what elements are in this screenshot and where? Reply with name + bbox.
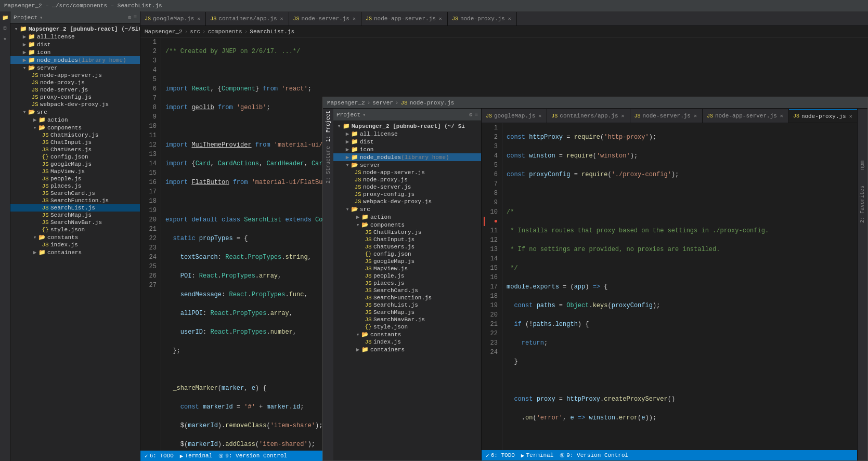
- split-tree-style[interactable]: {} style.json: [333, 323, 481, 331]
- split-settings-icon[interactable]: ≡: [474, 111, 478, 118]
- split-status-todo[interactable]: ✓ 6: TODO: [486, 452, 515, 459]
- project-icon[interactable]: 📁: [1, 14, 9, 22]
- tree-item-searchfunction[interactable]: JS SearchFunction.js: [10, 197, 140, 204]
- structure-icon[interactable]: ⊞: [1, 24, 9, 32]
- tree-item-searchcard[interactable]: JS SearchCard.js: [10, 190, 140, 197]
- tree-item-chatusers[interactable]: JS ChatUsers.js: [10, 146, 140, 153]
- tree-item-index[interactable]: JS index.js: [10, 241, 140, 248]
- tab-close-icon[interactable]: ✕: [279, 15, 284, 22]
- split-tree-node-app-server[interactable]: JS node-app-server.js: [333, 169, 481, 176]
- tab-node-proxy[interactable]: JS node-proxy.js ✕: [448, 12, 517, 25]
- split-code-content[interactable]: const httpProxy = require('http-proxy');…: [502, 123, 857, 450]
- split-tree-dist[interactable]: ▶ 📁 dist: [333, 138, 481, 146]
- split-tree-searchmap[interactable]: JS SearchMap.js: [333, 309, 481, 316]
- split-tree-components[interactable]: ▾ 📂 components: [333, 221, 481, 229]
- split-tree-icon[interactable]: ▶ 📁 icon: [333, 146, 481, 153]
- tree-item-node-proxy[interactable]: JS node-proxy.js: [10, 79, 140, 86]
- tree-item-people[interactable]: JS people.js: [10, 175, 140, 182]
- split-tree-constants[interactable]: ▾ 📂 constants: [333, 331, 481, 338]
- split-dropdown-icon[interactable]: ▾: [362, 112, 366, 118]
- split-tree-places[interactable]: JS places.js: [333, 280, 481, 287]
- split-tab-googlemap[interactable]: JS googleMap.js ✕: [482, 109, 547, 123]
- tree-item-searchmap[interactable]: JS SearchMap.js: [10, 212, 140, 219]
- split-tree-server[interactable]: ▾ 📂 server: [333, 161, 481, 169]
- tree-item-searchlist[interactable]: JS SearchList.js: [10, 204, 140, 212]
- split-tab-close-1[interactable]: ✕: [537, 112, 542, 120]
- tree-item-style-json[interactable]: {} style.json: [10, 226, 140, 233]
- tree-root[interactable]: ▾ 📁 Mapsenger_2 [pubnub-react] (~/Sit: [10, 25, 140, 33]
- tree-item-constants[interactable]: ▾ 📂 constants: [10, 233, 140, 241]
- split-status-terminal[interactable]: ▶ Terminal: [521, 452, 553, 459]
- tree-item-searchnavbar[interactable]: JS SearchNavBar.js: [10, 219, 140, 226]
- split-tree-webpack[interactable]: JS webpack-dev-proxy.js: [333, 198, 481, 205]
- breadcrumb-part-4[interactable]: SearchList.js: [250, 29, 294, 35]
- tree-item-action[interactable]: ▶ 📁 action: [10, 116, 140, 124]
- split-tree-chatinput[interactable]: JS ChatInput.js: [333, 236, 481, 243]
- status-terminal[interactable]: ▶ Terminal: [180, 453, 212, 459]
- tab-googlemap[interactable]: JS googleMap.js ✕: [140, 12, 206, 25]
- tree-item-all-license[interactable]: ▶ 📁 all_license: [10, 33, 140, 41]
- status-version-control[interactable]: ⑨ 9: Version Control: [218, 453, 287, 459]
- split-tree-containers[interactable]: ▶ 📁 containers: [333, 346, 481, 353]
- split-tree-chathistory[interactable]: JS ChatHistory.js: [333, 229, 481, 236]
- split-tree-people[interactable]: JS people.js: [333, 272, 481, 280]
- split-tree-proxy-config[interactable]: JS proxy-config.js: [333, 191, 481, 198]
- gear-icon[interactable]: ⚙: [128, 14, 132, 21]
- tab-node-server[interactable]: JS node-server.js ✕: [289, 12, 361, 25]
- split-tab-close-3[interactable]: ✕: [693, 112, 698, 120]
- split-gear-icon[interactable]: ⚙: [469, 111, 473, 118]
- split-tree-all-license[interactable]: ▶ 📁 all_license: [333, 130, 481, 138]
- favorites-icon[interactable]: ★: [1, 34, 9, 43]
- tree-item-dist[interactable]: ▶ 📁 dist: [10, 41, 140, 48]
- tree-item-components[interactable]: ▾ 📂 components: [10, 124, 140, 131]
- split-tree-src[interactable]: ▾ 📂 src: [333, 205, 481, 213]
- tab-close-icon[interactable]: ✕: [438, 15, 443, 22]
- split-tab-containers[interactable]: JS containers/app.js ✕: [547, 109, 630, 123]
- project-dropdown-icon[interactable]: ▾: [40, 15, 43, 21]
- tree-item-src[interactable]: ▾ 📂 src: [10, 108, 140, 116]
- tree-item-places[interactable]: JS places.js: [10, 182, 140, 190]
- split-tree-action[interactable]: ▶ 📁 action: [333, 213, 481, 221]
- settings-icon[interactable]: ≡: [133, 14, 137, 21]
- breadcrumb-part-2[interactable]: src: [190, 29, 200, 35]
- tab-node-app-server[interactable]: JS node-app-server.js ✕: [361, 12, 448, 25]
- breadcrumb-part-3[interactable]: components: [208, 29, 242, 35]
- split-tab-close-5[interactable]: ✕: [848, 113, 853, 120]
- breadcrumb-part-1[interactable]: Mapsenger_2: [145, 29, 183, 35]
- split-tree-searchnavbar[interactable]: JS SearchNavBar.js: [333, 316, 481, 323]
- split-status-version-control[interactable]: ⑨ 9: Version Control: [560, 452, 628, 459]
- split-tree-searchlist[interactable]: JS SearchList.js: [333, 301, 481, 309]
- tree-item-chathistory[interactable]: JS ChatHistory.js: [10, 131, 140, 139]
- split-tab-node-server[interactable]: JS node-server.js ✕: [630, 109, 703, 123]
- split-tree-node-modules[interactable]: ▶ 📁 node_modules (library home): [333, 153, 481, 161]
- tree-item-icon[interactable]: ▶ 📁 icon: [10, 48, 140, 56]
- split-tree-node-proxy[interactable]: JS node-proxy.js: [333, 176, 481, 183]
- split-tree-index[interactable]: JS index.js: [333, 338, 481, 346]
- split-tree-root[interactable]: ▾ 📁 Mapsenger_2 [pubnub-react] (~/ Si: [333, 122, 481, 130]
- status-todo[interactable]: ✓ 6: TODO: [145, 453, 174, 459]
- tab-containers-app[interactable]: JS containers/app.js ✕: [206, 12, 289, 25]
- split-code-editor[interactable]: 1 2 3 4 5 6 7 8 9 10 ● 11 12 13 14 15 16: [482, 123, 857, 450]
- split-tree-searchfunction[interactable]: JS SearchFunction.js: [333, 294, 481, 301]
- tree-item-node-app-server[interactable]: JS node-app-server.js: [10, 72, 140, 79]
- tree-item-node-server[interactable]: JS node-server.js: [10, 86, 140, 94]
- tree-item-googlemap[interactable]: JS googleMap.js: [10, 161, 140, 168]
- split-tab-close-4[interactable]: ✕: [779, 112, 784, 120]
- tree-item-containers[interactable]: ▶ 📁 containers: [10, 248, 140, 256]
- split-tree-mapview[interactable]: JS MapView.js: [333, 265, 481, 272]
- npm-label[interactable]: npm: [860, 161, 865, 170]
- tree-item-chatinput[interactable]: JS ChatInput.js: [10, 139, 140, 146]
- structure-structure-label[interactable]: 2: Structure: [326, 146, 331, 183]
- split-tree-googlemap[interactable]: JS googleMap.js: [333, 258, 481, 265]
- split-tree-searchcard[interactable]: JS SearchCard.js: [333, 287, 481, 294]
- tree-item-server[interactable]: ▾ 📂 server: [10, 64, 140, 72]
- project-structure-label[interactable]: 1: Project: [326, 111, 331, 142]
- split-tree-config[interactable]: {} config.json: [333, 251, 481, 258]
- split-tree-node-server[interactable]: JS node-server.js: [333, 183, 481, 191]
- tab-close-icon[interactable]: ✕: [196, 15, 201, 22]
- tab-close-icon[interactable]: ✕: [507, 15, 512, 22]
- split-tab-close-2[interactable]: ✕: [620, 112, 626, 120]
- tree-item-mapview[interactable]: JS MapView.js: [10, 168, 140, 175]
- split-tab-node-app-server[interactable]: JS node-app-server.js ✕: [703, 109, 789, 123]
- split-tab-node-proxy[interactable]: JS node-proxy.js ✕: [789, 109, 857, 123]
